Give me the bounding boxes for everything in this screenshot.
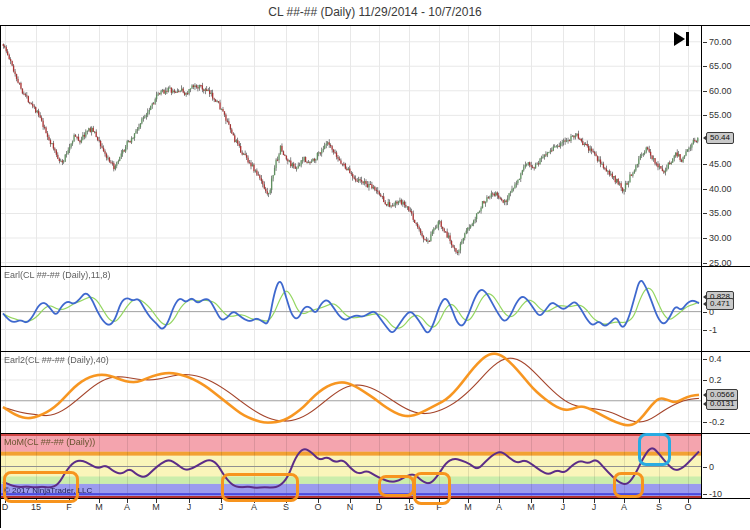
earl-y-axis[interactable]: 0.828 0.471 0-1 <box>701 267 750 351</box>
annotation-orange-box-3[interactable] <box>378 475 415 497</box>
x-axis-label: J <box>592 502 597 512</box>
scroll-to-end-icon[interactable] <box>671 31 693 47</box>
mom-panel-label: MoM(CL ##-## (Daily)) <box>4 437 95 447</box>
earl2-y-axis[interactable]: 0.0566 0.0131 0.40.2-0.2 <box>701 352 750 433</box>
chart-area: 50.44 70.0065.0060.0055.0045.0040.0035.0… <box>0 25 750 528</box>
annotation-orange-box-4[interactable] <box>413 472 451 505</box>
x-axis-label: A <box>251 502 257 512</box>
y-axis-tick-label: 40.00 <box>703 184 732 194</box>
x-axis[interactable]: D15FMAMJJASOND16FMAMJJASO <box>1 498 750 528</box>
y-axis-tick-label: 0.2 <box>703 375 722 385</box>
earl2-panel: Earl2(CL ##-## (Daily),40) 0.0566 0.0131… <box>1 351 750 433</box>
x-axis-label: 16 <box>404 502 414 512</box>
chart-window: CL ##-## (Daily) 11/29/2014 - 10/7/2016 … <box>0 0 750 530</box>
x-axis-label: D <box>376 502 383 512</box>
mom-y-axis[interactable]: 0-10 <box>701 434 750 498</box>
earl-value-marker-bottom: 0.471 <box>706 298 734 310</box>
y-axis-tick-label: 30.00 <box>703 233 732 243</box>
mom-chart-canvas[interactable] <box>1 434 701 498</box>
earl-panel-label: Earl(CL ##-## (Daily),11,8) <box>4 270 111 280</box>
x-axis-label: O <box>684 502 691 512</box>
y-axis-tick-label: 70.00 <box>703 37 732 47</box>
y-axis-tick-label: -1 <box>703 325 717 335</box>
x-axis-label: J <box>561 502 566 512</box>
x-axis-label: M <box>152 502 160 512</box>
y-axis-tick-label: 0 <box>703 462 714 472</box>
annotation-orange-box-5[interactable] <box>613 472 644 498</box>
price-panel: 50.44 70.0065.0060.0055.0045.0040.0035.0… <box>1 26 750 266</box>
x-axis-label: A <box>496 502 502 512</box>
x-axis-label: M <box>527 502 535 512</box>
y-axis-tick-label: 55.00 <box>703 110 732 120</box>
earl2-value-marker-top: 0.0566 <box>706 389 738 401</box>
x-axis-label: J <box>219 502 224 512</box>
x-axis-label: O <box>314 502 321 512</box>
x-axis-label: D <box>2 502 9 512</box>
x-axis-label: M <box>464 502 472 512</box>
annotation-blue-box-1[interactable] <box>638 433 671 466</box>
x-axis-label: A <box>621 502 627 512</box>
y-axis-tick-label: 35.00 <box>703 208 732 218</box>
earl2-panel-label: Earl2(CL ##-## (Daily),40) <box>4 355 109 365</box>
earl-value-bottom: 0.471 <box>710 299 730 308</box>
copyright-text: © 2017 NinjaTrader, LLC <box>4 486 92 495</box>
y-axis-tick-label: 60.00 <box>703 86 732 96</box>
price-chart-canvas[interactable] <box>1 26 701 266</box>
annotation-orange-box-2[interactable] <box>221 473 299 502</box>
x-axis-label: N <box>347 502 354 512</box>
earl-panel: Earl(CL ##-## (Daily),11,8) 0.828 0.471 … <box>1 266 750 351</box>
last-price-marker: 50.44 <box>706 132 734 144</box>
chart-title: CL ##-## (Daily) 11/29/2014 - 10/7/2016 <box>0 0 750 25</box>
x-axis-label: S <box>283 502 289 512</box>
x-axis-label: A <box>124 502 130 512</box>
x-axis-label: J <box>187 502 192 512</box>
y-axis-tick-label: -0.2 <box>703 417 725 427</box>
y-axis-tick-label: 65.00 <box>703 61 732 71</box>
x-axis-label: F <box>66 502 72 512</box>
last-price-value: 50.44 <box>710 133 730 142</box>
y-axis-tick-label: 0.4 <box>703 354 722 364</box>
price-y-axis[interactable]: 50.44 70.0065.0060.0055.0045.0040.0035.0… <box>701 26 750 266</box>
x-axis-label: M <box>95 502 103 512</box>
x-axis-label: S <box>656 502 662 512</box>
y-axis-tick-label: 45.00 <box>703 159 732 169</box>
x-axis-label: 15 <box>31 502 41 512</box>
earl2-value-top: 0.0566 <box>710 390 734 399</box>
